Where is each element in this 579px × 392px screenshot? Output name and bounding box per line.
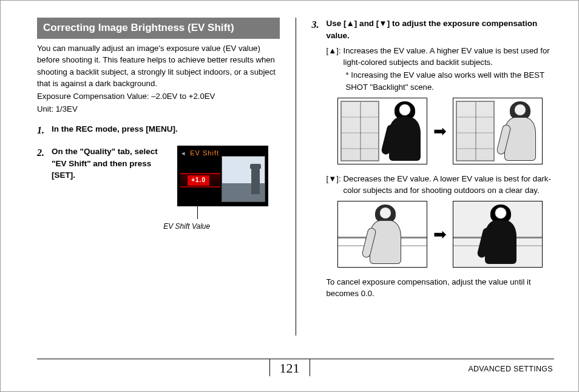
page-number: 121	[269, 359, 310, 376]
screenshot-caption: EV Shift Value	[163, 221, 210, 232]
step-title: In the REC mode, press [MENU].	[52, 124, 178, 133]
column-divider	[296, 18, 296, 336]
ev-shift-screenshot: EV Shift +1.0 EV Shift Value	[177, 146, 268, 206]
right-column: 3. Use [▲] and [▼] to adjust the exposur…	[312, 18, 555, 336]
step-number: 2.	[37, 146, 52, 206]
step-2: 2. On the "Quality" tab, select "EV Shif…	[37, 146, 280, 206]
cancel-note: To cancel exposure compensation, adjust …	[327, 276, 555, 299]
page-footer: 121 ADVANCED SETTINGS	[1, 359, 578, 378]
step-number: 1.	[37, 123, 52, 137]
up-definition: [▲]: Increases the EV value. A higher EV…	[327, 45, 555, 68]
spec-unit: Unit: 1/3EV	[37, 103, 280, 115]
illus-backlit-after	[453, 98, 543, 164]
up-description: Increases the EV value. A higher EV valu…	[344, 45, 554, 68]
up-note: * Increasing the EV value also works wel…	[327, 69, 555, 92]
down-definition: [▼]: Decreases the EV value. A lower EV …	[327, 173, 555, 196]
step-1: 1. In the REC mode, press [MENU].	[37, 123, 280, 137]
step-title: On the "Quality" tab, select "EV Shift" …	[52, 147, 158, 180]
step-title: Use [▲] and [▼] to adjust the exposure c…	[327, 18, 555, 41]
intro-paragraph: You can manually adjust an image's expos…	[37, 42, 280, 89]
screenshot-preview	[222, 156, 265, 202]
down-description: Decreases the EV value. A lower EV value…	[344, 173, 554, 196]
section-heading: Correcting Image Brightness (EV Shift)	[37, 18, 280, 39]
illus-outdoor-before	[337, 201, 427, 268]
left-column: Correcting Image Brightness (EV Shift) Y…	[37, 18, 280, 336]
arrow-right-icon: ➡	[433, 226, 447, 242]
screenshot-title: EV Shift	[190, 149, 219, 158]
up-key-label: [▲]:	[327, 45, 341, 68]
spec-range: Exposure Compensation Value: –2.0EV to +…	[37, 90, 280, 102]
footer-section-label: ADVANCED SETTINGS	[468, 365, 553, 373]
down-key-label: [▼]:	[327, 173, 341, 196]
illustration-row-backlit: ➡	[327, 98, 555, 164]
steps-list-continued: 3. Use [▲] and [▼] to adjust the exposur…	[312, 18, 555, 299]
page-content: Correcting Image Brightness (EV Shift) Y…	[1, 1, 578, 342]
ev-value-badge: +1.0	[188, 175, 209, 186]
illus-outdoor-after	[453, 201, 543, 268]
step-number: 3.	[312, 18, 327, 299]
callout-line	[197, 189, 198, 219]
illus-backlit-before	[337, 98, 427, 164]
illustration-row-outdoor: ➡	[327, 201, 555, 268]
arrow-right-icon: ➡	[433, 123, 447, 139]
steps-list: 1. In the REC mode, press [MENU]. 2. On …	[37, 123, 280, 206]
step-3: 3. Use [▲] and [▼] to adjust the exposur…	[312, 18, 555, 299]
